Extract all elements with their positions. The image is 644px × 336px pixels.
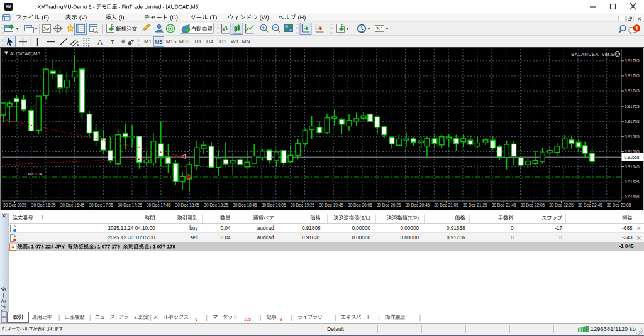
svg-text:30 Dec 19:05: 30 Dec 19:05 [262, 203, 286, 207]
svg-text:0.91765: 0.91765 [625, 73, 640, 78]
svg-text:0.91785: 0.91785 [625, 58, 640, 63]
svg-text:1: 1 [635, 25, 638, 31]
svg-text:30 Dec 19:25: 30 Dec 19:25 [291, 203, 315, 207]
svg-text:30 Dec 19:45: 30 Dec 19:45 [319, 203, 343, 207]
svg-text:T: T [111, 39, 114, 45]
svg-text:30 Dec 16:45: 30 Dec 16:45 [60, 203, 85, 207]
svg-text:AUDCAD,M5: AUDCAD,M5 [10, 51, 41, 57]
svg-text:30 Dec 22:45: 30 Dec 22:45 [578, 203, 602, 207]
svg-text:0.91605: 0.91605 [625, 195, 640, 199]
svg-text:30 Dec 21:45: 30 Dec 21:45 [492, 203, 516, 207]
svg-text:30 Dec 17:05: 30 Dec 17:05 [89, 203, 113, 207]
svg-text:sell 0.04: sell 0.04 [28, 171, 43, 176]
svg-text:30 Dec 21:05: 30 Dec 21:05 [434, 203, 458, 207]
svg-text:0.91658: 0.91658 [625, 155, 640, 160]
svg-text:0.91725: 0.91725 [625, 104, 640, 109]
svg-text:A: A [97, 38, 103, 47]
svg-text:30 Dec 18:45: 30 Dec 18:45 [233, 203, 257, 207]
svg-text:30 Dec 22:25: 30 Dec 22:25 [549, 203, 574, 207]
svg-text:30 Dec 17:45: 30 Dec 17:45 [147, 203, 171, 207]
svg-text:30 Dec 17:25: 30 Dec 17:25 [118, 203, 142, 207]
svg-text:30 Dec 18:05: 30 Dec 18:05 [175, 203, 200, 207]
svg-text:30 Dec 20:05: 30 Dec 20:05 [348, 203, 372, 207]
svg-text:0.91685: 0.91685 [625, 134, 640, 139]
svg-text:30 Dec 16:25: 30 Dec 16:25 [31, 203, 56, 207]
svg-text:0.91705: 0.91705 [625, 119, 640, 124]
svg-text:0.91745: 0.91745 [625, 89, 640, 93]
svg-text:30 Dec 22:05: 30 Dec 22:05 [520, 203, 545, 207]
svg-text:30 Dec 21:25: 30 Dec 21:25 [463, 203, 487, 207]
svg-text:30 Dec 23:05: 30 Dec 23:05 [607, 203, 631, 207]
svg-text:30 Dec 20:45: 30 Dec 20:45 [406, 203, 430, 207]
svg-text:0.91665: 0.91665 [625, 149, 640, 154]
svg-text:0.91625: 0.91625 [625, 180, 640, 184]
svg-text:0.91645: 0.91645 [625, 165, 640, 169]
svg-text:BALANCEA_Ver.S: BALANCEA_Ver.S [571, 51, 614, 57]
svg-text:30 Dec 18:25: 30 Dec 18:25 [204, 203, 228, 207]
svg-text:30 Dec 20:25: 30 Dec 20:25 [377, 203, 401, 207]
